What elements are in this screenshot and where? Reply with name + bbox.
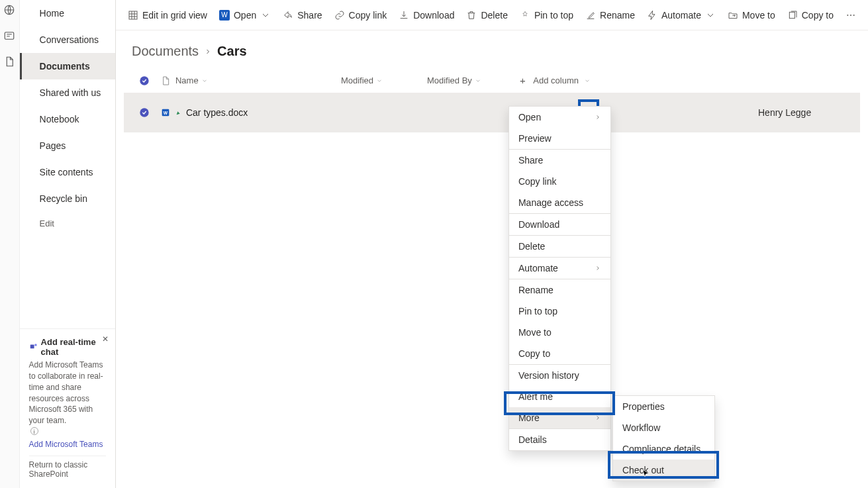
chevron-down-icon <box>584 77 591 84</box>
sidebar-item-label: Home <box>40 8 64 19</box>
close-icon[interactable]: ✕ <box>102 334 109 344</box>
context-menu: OpenPreviewShareCopy linkManage accessDo… <box>508 106 611 451</box>
app-rail <box>0 0 20 488</box>
sidebar-item-label: Recycle bin <box>40 193 87 204</box>
chevron-right-icon <box>595 265 601 271</box>
sidebar-item-label: Pages <box>40 140 66 151</box>
ctx-item-version-history[interactable]: Version history <box>509 365 610 386</box>
sidebar-item-sitecontents[interactable]: Site contents <box>20 159 115 185</box>
checkout-indicator-icon <box>175 109 182 116</box>
chevron-right-icon <box>204 48 212 56</box>
sidebar-item-notebook[interactable]: Notebook <box>20 106 115 132</box>
context-submenu-more: PropertiesWorkflowCompliance detailsChec… <box>612 395 715 481</box>
site-nav: Home Conversations Documents Shared with… <box>20 0 116 488</box>
pin-button[interactable]: Pin to top <box>520 10 573 21</box>
subctx-item-properties[interactable]: Properties <box>613 396 714 417</box>
ctx-item-preview[interactable]: Preview <box>509 128 610 149</box>
ctx-item-download[interactable]: Download <box>509 214 610 235</box>
svg-point-10 <box>140 108 148 117</box>
svg-rect-2 <box>30 345 34 349</box>
download-button[interactable]: Download <box>399 10 454 21</box>
automate-button[interactable]: Automate <box>647 10 716 21</box>
overflow-button[interactable] <box>845 10 856 21</box>
ctx-item-manage-access[interactable]: Manage access <box>509 192 610 213</box>
globe-icon[interactable] <box>3 4 15 18</box>
subctx-item-check-out[interactable]: Check out <box>613 460 714 481</box>
sidebar-item-label: Site contents <box>40 167 93 177</box>
share-button[interactable]: Share <box>283 10 322 21</box>
sidebar-item-shared[interactable]: Shared with us <box>20 79 115 106</box>
rename-button[interactable]: Rename <box>585 10 635 21</box>
ctx-item-delete[interactable]: Delete <box>509 236 610 257</box>
col-modified[interactable]: Modified <box>341 75 427 85</box>
ctx-item-more[interactable]: More <box>509 407 610 428</box>
col-modifiedby[interactable]: Modified By <box>427 75 520 85</box>
sidebar-edit-link[interactable]: Edit <box>20 212 115 235</box>
sidebar-item-conversations[interactable]: Conversations <box>20 26 115 53</box>
add-teams-link[interactable]: Add Microsoft Teams <box>29 440 106 449</box>
svg-text:W: W <box>164 111 168 115</box>
svg-point-6 <box>847 15 848 16</box>
svg-point-9 <box>140 76 148 85</box>
col-name[interactable]: Name <box>175 75 341 85</box>
breadcrumb: Documents Cars <box>116 30 868 68</box>
row-check[interactable] <box>133 107 156 118</box>
chevron-down-icon <box>376 77 383 84</box>
sidebar-item-recyclebin[interactable]: Recycle bin <box>20 185 115 212</box>
chevron-right-icon <box>595 114 601 121</box>
chevron-down-icon <box>260 10 271 21</box>
info-icon[interactable]: i <box>30 427 38 435</box>
return-classic-link[interactable]: Return to classic SharePoint <box>29 456 106 483</box>
delete-button[interactable]: Delete <box>466 10 507 21</box>
ctx-item-details[interactable]: Details <box>509 429 610 450</box>
add-column-button[interactable]: + Add column <box>520 75 591 86</box>
subctx-item-compliance-details[interactable]: Compliance details <box>613 438 714 460</box>
chevron-down-icon <box>705 10 716 21</box>
breadcrumb-current: Cars <box>217 44 246 59</box>
ctx-item-share[interactable]: Share <box>509 150 610 171</box>
ctx-item-alert-me[interactable]: Alert me <box>509 386 610 407</box>
ctx-item-pin-to-top[interactable]: Pin to top <box>509 301 610 322</box>
ctx-item-copy-link[interactable]: Copy link <box>509 171 610 192</box>
sidebar-item-label: Documents <box>40 61 90 72</box>
word-icon: W <box>219 10 230 21</box>
copylink-button[interactable]: Copy link <box>334 10 387 21</box>
type-icon <box>156 75 175 86</box>
table-row[interactable]: W Car types.docx Henry Legge <box>124 93 860 132</box>
open-button[interactable]: WOpen <box>219 10 271 21</box>
ctx-item-copy-to[interactable]: Copy to <box>509 343 610 364</box>
ctx-item-open[interactable]: Open <box>509 107 610 128</box>
ctx-item-automate[interactable]: Automate <box>509 258 610 279</box>
doc-list: Name Modified Modified By + Add column W… <box>116 68 868 132</box>
svg-rect-1 <box>5 32 15 40</box>
teams-icon <box>29 342 38 352</box>
select-all-toggle[interactable] <box>133 75 156 86</box>
sidebar-item-label: Shared with us <box>40 87 101 98</box>
teams-promo: ✕ Add real-time chat Add Microsoft Teams… <box>20 328 115 488</box>
edit-grid-button[interactable]: Edit in grid view <box>128 10 207 21</box>
ctx-item-rename[interactable]: Rename <box>509 279 610 301</box>
sidebar-item-pages[interactable]: Pages <box>20 132 115 159</box>
copyto-button[interactable]: Copy to <box>787 10 834 21</box>
moveto-button[interactable]: Move to <box>728 10 775 21</box>
subctx-item-workflow[interactable]: Workflow <box>613 417 714 438</box>
chevron-down-icon <box>475 77 481 84</box>
files-icon[interactable] <box>3 56 15 70</box>
news-icon[interactable] <box>3 30 15 44</box>
main-content: Edit in grid view WOpen Share Copy link … <box>116 0 868 488</box>
ctx-item-move-to[interactable]: Move to <box>509 322 610 343</box>
sidebar-item-label: Conversations <box>40 34 99 45</box>
modifiedby-cell: Henry Legge <box>758 107 851 118</box>
chevron-right-icon <box>595 415 601 421</box>
command-bar: Edit in grid view WOpen Share Copy link … <box>116 0 868 30</box>
list-header: Name Modified Modified By + Add column <box>124 68 860 93</box>
file-name: Car types.docx <box>186 107 248 118</box>
sidebar-item-documents[interactable]: Documents <box>20 53 115 79</box>
promo-title: Add real-time chat <box>41 337 106 357</box>
svg-point-7 <box>850 15 851 16</box>
sidebar-item-label: Notebook <box>40 114 79 124</box>
svg-point-3 <box>34 344 37 347</box>
sidebar-item-home[interactable]: Home <box>20 0 115 26</box>
breadcrumb-parent[interactable]: Documents <box>132 44 199 59</box>
svg-point-8 <box>853 15 855 16</box>
